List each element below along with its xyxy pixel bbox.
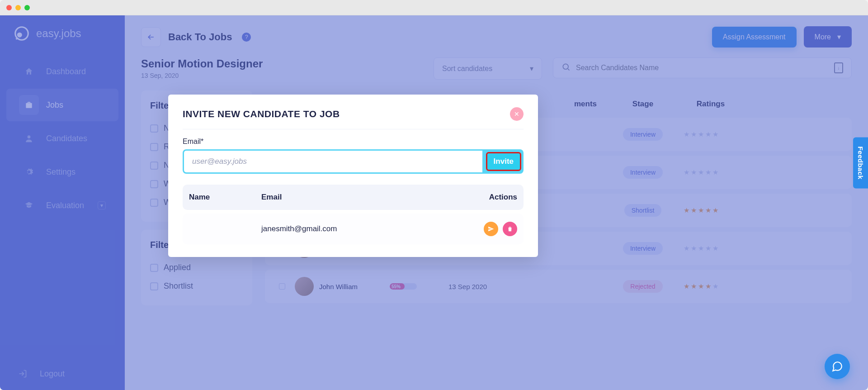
col-actions: Actions bbox=[454, 193, 517, 202]
invited-actions bbox=[454, 222, 517, 236]
trash-icon bbox=[507, 226, 513, 232]
email-field[interactable] bbox=[183, 149, 484, 174]
send-icon bbox=[488, 226, 494, 232]
invited-email: janesmith@gmail.com bbox=[261, 224, 454, 233]
close-icon: ✕ bbox=[514, 110, 519, 118]
send-invite-button[interactable] bbox=[484, 222, 498, 236]
col-email: Email bbox=[261, 193, 454, 202]
invite-modal: INVITE NEW CANDIDATE TO JOB ✕ Email* Inv… bbox=[168, 95, 538, 257]
mac-titlebar bbox=[0, 0, 868, 15]
chat-fab[interactable] bbox=[825, 354, 850, 379]
app-window: easy.jobs Dashboard Jobs Candidates bbox=[0, 0, 868, 390]
invited-header: Name Email Actions bbox=[183, 185, 524, 210]
invited-table: Name Email Actions janesmith@gmail.com bbox=[183, 185, 524, 244]
invite-input-row: Invite bbox=[183, 149, 524, 174]
modal-close-button[interactable]: ✕ bbox=[510, 107, 524, 121]
mac-zoom-dot[interactable] bbox=[24, 5, 30, 10]
modal-title: INVITE NEW CANDIDATE TO JOB bbox=[183, 109, 340, 119]
invited-row: janesmith@gmail.com bbox=[183, 214, 524, 244]
modal-body: Email* Invite Name Email Actions janesmi… bbox=[183, 129, 524, 244]
col-name: Name bbox=[189, 193, 261, 202]
mac-close-dot[interactable] bbox=[6, 5, 12, 10]
mac-minimize-dot[interactable] bbox=[15, 5, 21, 10]
delete-invite-button[interactable] bbox=[503, 222, 517, 236]
email-label: Email* bbox=[183, 138, 524, 146]
modal-header: INVITE NEW CANDIDATE TO JOB ✕ bbox=[183, 107, 524, 129]
chat-icon bbox=[831, 361, 843, 372]
feedback-tab[interactable]: Feedback bbox=[853, 137, 868, 188]
invite-button[interactable]: Invite bbox=[486, 152, 521, 171]
invite-button-wrapper: Invite bbox=[484, 149, 524, 174]
